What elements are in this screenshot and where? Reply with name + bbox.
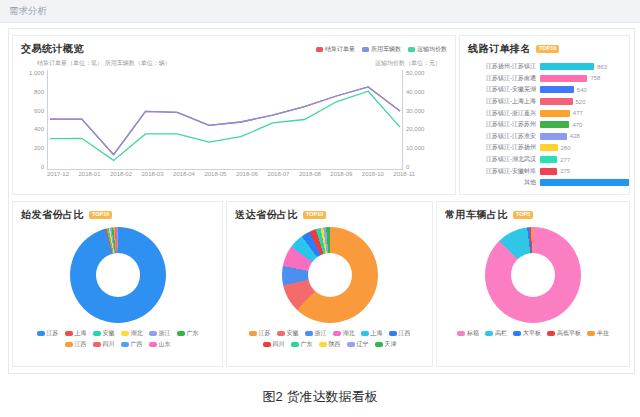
- legend-item[interactable]: 陕西: [319, 340, 341, 349]
- legend-label: 浙江: [159, 329, 171, 338]
- y-tick-label: 200: [17, 145, 44, 151]
- dashboard-container: 交易统计概览 结算订单量所用车辆数运输均价数 结算订单量（单位：笔） 所用车辆数…: [8, 28, 635, 374]
- rank-label: 江苏镇江-安徽芜湖: [460, 85, 536, 94]
- legend-chip-icon: [389, 331, 397, 336]
- legend-label: 四川: [273, 340, 285, 349]
- rank-value: 477: [573, 110, 583, 116]
- vehicle-donut-legend: 标箱高栏大平板高低平板半挂: [447, 329, 619, 338]
- legend-chip-icon: [305, 331, 313, 336]
- legend-item[interactable]: 运输均价数: [408, 45, 447, 54]
- legend-item[interactable]: 安徽: [277, 329, 299, 338]
- legend-item[interactable]: 广东: [291, 340, 313, 349]
- route-rank-list: 江苏扬州-江苏镇江863江苏镇江-江苏南通758江苏镇江-安徽芜湖540江苏镇江…: [460, 61, 629, 189]
- legend-chip-icon: [121, 331, 129, 336]
- rank-bar: [540, 75, 587, 82]
- legend-chip-icon: [319, 342, 327, 347]
- axis-subtitles: 结算订单量（单位：笔） 所用车辆数（单位：辆） 运输均价数（单位：元）: [13, 56, 455, 68]
- legend-item[interactable]: 江苏: [249, 329, 271, 338]
- y-tick-label: 50,000: [406, 70, 439, 76]
- legend-item[interactable]: 天津: [375, 340, 397, 349]
- legend-item[interactable]: 安徽: [93, 329, 115, 338]
- legend-item[interactable]: 江苏: [37, 329, 59, 338]
- legend-item[interactable]: 江西: [65, 340, 87, 349]
- legend-label: 天津: [385, 340, 397, 349]
- legend-chip-icon: [65, 331, 73, 336]
- legend-chip-icon: [408, 47, 415, 52]
- vehicle-share-title: 常用车辆占比: [445, 208, 508, 222]
- legend-item[interactable]: 浙江: [149, 329, 171, 338]
- rank-row: 江苏扬州-江苏镇江863: [460, 61, 629, 73]
- rank-bar: [540, 168, 557, 175]
- rank-label: 其他: [460, 178, 536, 187]
- top-badge: TOP10: [89, 211, 112, 220]
- legend-item[interactable]: 江西: [389, 329, 411, 338]
- legend-item[interactable]: 四川: [263, 340, 285, 349]
- legend-chip-icon: [375, 342, 383, 347]
- line-chart-legend: 结算订单量所用车辆数运输均价数: [316, 45, 447, 54]
- legend-label: 高低平板: [557, 329, 581, 338]
- x-tick-label: 2018-05: [204, 171, 226, 177]
- legend-item[interactable]: 辽宁: [347, 340, 369, 349]
- legend-label: 结算订单量: [325, 45, 355, 54]
- legend-chip-icon: [547, 331, 555, 336]
- legend-item[interactable]: 大平板: [513, 329, 541, 338]
- legend-item[interactable]: 半挂: [587, 329, 609, 338]
- legend-item[interactable]: 结算订单量: [316, 45, 355, 54]
- legend-item[interactable]: 高低平板: [547, 329, 581, 338]
- rank-label: 江苏镇江-江苏苏州: [460, 120, 536, 129]
- legend-chip-icon: [362, 47, 369, 52]
- vehicle-donut-wrap: [437, 227, 629, 323]
- legend-label: 江西: [399, 329, 411, 338]
- legend-item[interactable]: 湖北: [333, 329, 355, 338]
- x-tick-label: 2017-12: [47, 171, 69, 177]
- legend-item[interactable]: 所用车辆数: [362, 45, 401, 54]
- legend-chip-icon: [65, 342, 73, 347]
- legend-item[interactable]: 四川: [93, 340, 115, 349]
- rank-label: 江苏扬州-江苏镇江: [460, 62, 536, 71]
- legend-label: 高栏: [495, 329, 507, 338]
- rank-row: 江苏镇江-上海上海520: [460, 96, 629, 108]
- legend-label: 江西: [75, 340, 87, 349]
- dest-donut-legend: 江苏安徽浙江湖北上海江西四川广东陕西辽宁天津: [237, 329, 422, 349]
- top-badge: TOP10: [303, 211, 326, 220]
- panel-origin-share: 始发省份占比 TOP10 江苏上海安徽湖北浙江广东江西四川广西山东: [12, 201, 223, 367]
- origin-donut-legend: 江苏上海安徽湖北浙江广东江西四川广西山东: [23, 329, 212, 349]
- rank-bar: [540, 110, 570, 117]
- legend-item[interactable]: 浙江: [305, 329, 327, 338]
- rank-bar: [540, 121, 569, 128]
- legend-chip-icon: [149, 331, 157, 336]
- y-tick-label: 30,000: [406, 108, 439, 114]
- legend-label: 大平板: [523, 329, 541, 338]
- legend-item[interactable]: 标箱: [457, 329, 479, 338]
- panel-vehicle-share: 常用车辆占比 TOP5 标箱高栏大平板高低平板半挂: [436, 201, 630, 367]
- legend-chip-icon: [291, 342, 299, 347]
- line-series-所用车辆数: [50, 87, 400, 155]
- legend-label: 所用车辆数: [371, 45, 401, 54]
- rank-value: 520: [576, 99, 586, 105]
- legend-item[interactable]: 广东: [177, 329, 199, 338]
- donut-hole: [308, 253, 352, 297]
- rank-bar: [540, 179, 630, 186]
- legend-item[interactable]: 上海: [65, 329, 87, 338]
- legend-label: 标箱: [467, 329, 479, 338]
- rank-bar: [540, 156, 557, 163]
- legend-item[interactable]: 广西: [121, 340, 143, 349]
- legend-chip-icon: [361, 331, 369, 336]
- origin-donut-wrap: [13, 227, 222, 323]
- x-tick-label: 2018-10: [362, 171, 384, 177]
- legend-chip-icon: [277, 331, 285, 336]
- legend-chip-icon: [333, 331, 341, 336]
- rank-row: 江苏镇江-浙江嘉兴477: [460, 107, 629, 119]
- legend-item[interactable]: 湖北: [121, 329, 143, 338]
- dest-share-title: 送达省份占比: [235, 208, 298, 222]
- legend-label: 广西: [131, 340, 143, 349]
- legend-chip-icon: [93, 331, 101, 336]
- legend-item[interactable]: 上海: [361, 329, 383, 338]
- legend-label: 广东: [301, 340, 313, 349]
- legend-label: 湖北: [343, 329, 355, 338]
- legend-chip-icon: [263, 342, 271, 347]
- legend-label: 上海: [371, 329, 383, 338]
- legend-item[interactable]: 高栏: [485, 329, 507, 338]
- legend-chip-icon: [587, 331, 595, 336]
- legend-item[interactable]: 山东: [149, 340, 171, 349]
